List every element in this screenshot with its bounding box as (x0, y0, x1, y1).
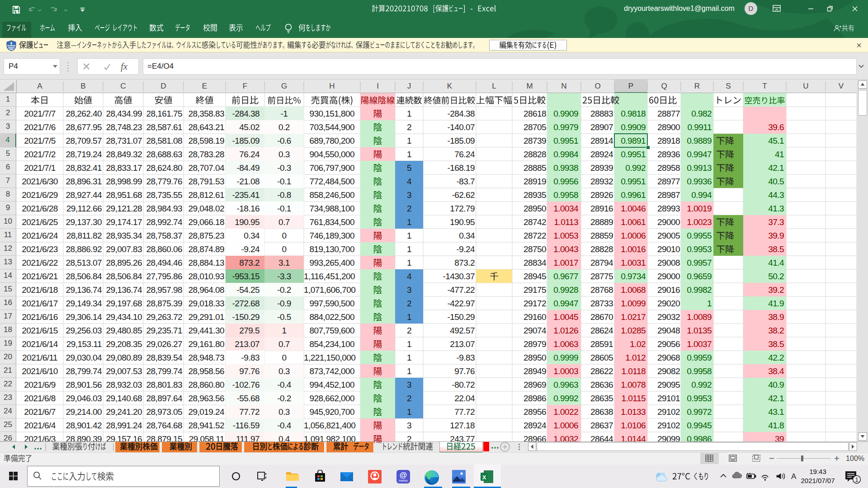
svg-text:menu: menu (399, 479, 408, 483)
svg-text:X: X (482, 474, 486, 481)
svg-text:1: 1 (855, 476, 858, 483)
svg-text:A: A (791, 472, 797, 481)
svg-text:fx: fx (121, 61, 128, 72)
